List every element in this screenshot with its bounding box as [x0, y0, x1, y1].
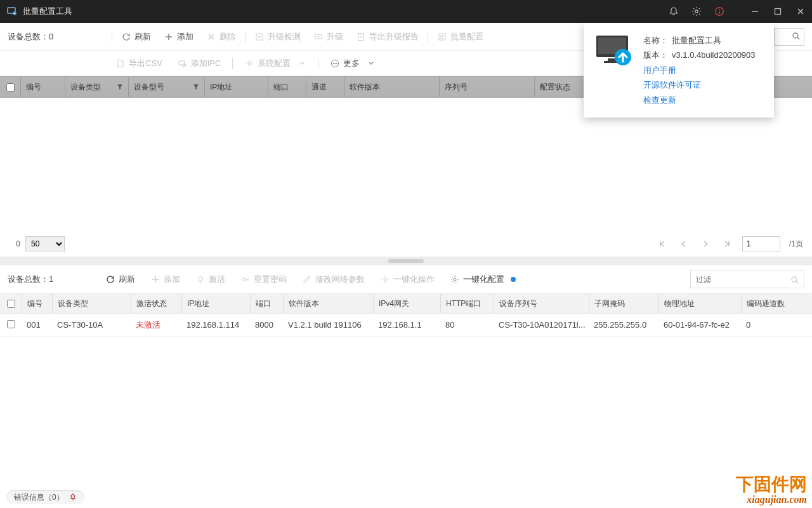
th-ip: IP地址	[204, 77, 268, 97]
lower-refresh-button[interactable]: 刷新	[99, 270, 141, 289]
upper-table-body	[0, 98, 812, 231]
export-upgrade-report-button[interactable]: 导出升级报告	[350, 27, 425, 46]
refresh-icon	[105, 275, 115, 284]
delete-button[interactable]: 删除	[200, 27, 242, 46]
status-bar[interactable]: 错误信息（0）	[6, 490, 84, 504]
app-icon	[6, 6, 18, 17]
svg-point-2	[695, 10, 698, 13]
delete-icon	[206, 32, 216, 41]
select-all-checkbox[interactable]	[6, 83, 15, 91]
select-all-checkbox-cell	[0, 77, 20, 97]
about-popover: 名称：批量配置工具 版本：v3.1.0.4build20200903 用户手册 …	[584, 23, 774, 117]
svg-point-23	[792, 277, 797, 282]
svg-point-4	[719, 9, 720, 10]
app-title: 批量配置工具	[23, 6, 72, 17]
lower-add-button[interactable]: 添加	[144, 270, 187, 289]
pager-page-input[interactable]	[742, 236, 780, 251]
add-button[interactable]: 添加	[157, 27, 200, 46]
notifications-icon[interactable]	[662, 0, 685, 23]
lower-select-all-checkbox[interactable]	[7, 300, 15, 308]
svg-point-17	[334, 63, 336, 64]
lower-device-count: 设备总数：1	[8, 274, 96, 285]
search-icon[interactable]	[790, 276, 799, 284]
page-size-select[interactable]: 50	[25, 236, 65, 251]
filter-icon[interactable]	[117, 84, 123, 90]
upgrade-check-button[interactable]: 升级检测	[248, 27, 307, 46]
title-bar: 批量配置工具	[0, 0, 812, 23]
refresh-icon	[121, 32, 131, 41]
chevron-down-icon	[366, 58, 376, 68]
system-config-button[interactable]: 系统配置	[238, 54, 313, 73]
bulk-config-icon	[437, 32, 447, 41]
monitor-upload-icon	[594, 33, 634, 69]
add-ipc-button[interactable]: 添加IPC	[171, 54, 228, 73]
bulb-icon	[195, 275, 205, 284]
lower-filter-input[interactable]	[690, 271, 804, 288]
svg-point-16	[333, 63, 334, 64]
close-button[interactable]	[789, 0, 812, 23]
refresh-button[interactable]: 刷新	[115, 27, 157, 46]
badge-dot	[511, 277, 516, 282]
license-link[interactable]: 开源软件许可证	[643, 77, 764, 92]
key-icon	[240, 275, 250, 284]
pager-first-icon[interactable]	[656, 237, 669, 250]
oneclick-config-button[interactable]: 一键化配置	[443, 270, 522, 289]
info-icon[interactable]	[708, 0, 731, 23]
pin-icon[interactable]	[69, 493, 77, 501]
svg-point-19	[198, 277, 202, 281]
lower-table-header: 编号 设备类型 激活状态 IP地址 端口 软件版本 IPv4网关 HTTP端口 …	[0, 293, 812, 314]
svg-rect-6	[775, 9, 781, 15]
export-report-icon	[356, 32, 365, 41]
check-update-link[interactable]: 检查更新	[643, 93, 764, 107]
lower-toolbar: 设备总数：1 刷新 添加 激活 重置密码 修改网络参数 一键化操作 一键化配置	[0, 265, 812, 293]
svg-point-20	[242, 278, 246, 281]
upgrade-button[interactable]: 升级	[307, 27, 350, 46]
svg-point-22	[454, 278, 456, 281]
activate-button[interactable]: 激活	[189, 270, 232, 289]
watermark: 下固件网 xiagujian.com	[736, 475, 807, 505]
th-type: 设备类型	[65, 77, 128, 97]
gear-icon	[244, 58, 254, 68]
svg-point-18	[336, 63, 337, 64]
pager-last-icon[interactable]	[721, 237, 733, 250]
svg-rect-12	[179, 61, 185, 65]
error-info-label: 错误信息（0）	[14, 492, 64, 503]
filter-icon[interactable]	[193, 84, 199, 90]
bulk-config-button[interactable]: 批量配置	[431, 27, 490, 46]
th-model: 设备型号	[128, 77, 204, 97]
th-port: 端口	[268, 77, 306, 97]
th-serial: 序列号	[439, 77, 534, 97]
edit-icon	[302, 275, 311, 284]
user-manual-link[interactable]: 用户手册	[643, 63, 764, 77]
reset-password-button[interactable]: 重置密码	[234, 270, 293, 289]
pager-prev-icon[interactable]	[678, 237, 690, 250]
add-ipc-icon	[178, 58, 187, 68]
plus-icon	[164, 32, 173, 41]
pager-total: /1页	[789, 239, 803, 250]
oneclick-operate-button[interactable]: 一键化操作	[374, 270, 441, 289]
gear-icon	[380, 275, 390, 284]
svg-point-11	[793, 33, 798, 38]
table-row[interactable]: 001 CS-T30-10A 未激活 192.168.1.114 8000 V1…	[0, 314, 812, 337]
upper-device-count: 设备总数：0	[8, 31, 109, 43]
th-no: 编号	[20, 77, 65, 97]
upper-search	[774, 28, 804, 46]
lower-filter	[690, 271, 804, 288]
svg-point-14	[248, 62, 251, 65]
upgrade-check-icon	[254, 32, 264, 41]
pager-offset: 0	[9, 239, 20, 248]
th-channel: 通道	[306, 77, 344, 97]
search-icon[interactable]	[792, 32, 801, 41]
modify-network-button[interactable]: 修改网络参数	[296, 270, 371, 289]
export-csv-button[interactable]: 导出CSV	[109, 54, 169, 73]
settings-icon[interactable]	[685, 0, 708, 23]
pager-next-icon[interactable]	[699, 237, 712, 250]
row-checkbox[interactable]	[7, 320, 15, 328]
more-button[interactable]: 更多	[324, 54, 382, 73]
svg-point-21	[384, 278, 386, 281]
th-sw: 软件版本	[344, 77, 439, 97]
maximize-button[interactable]	[766, 0, 789, 23]
upgrade-icon	[313, 32, 323, 41]
pane-splitter[interactable]	[0, 257, 812, 265]
pagination-bar: 0 50 /1页	[0, 231, 812, 257]
